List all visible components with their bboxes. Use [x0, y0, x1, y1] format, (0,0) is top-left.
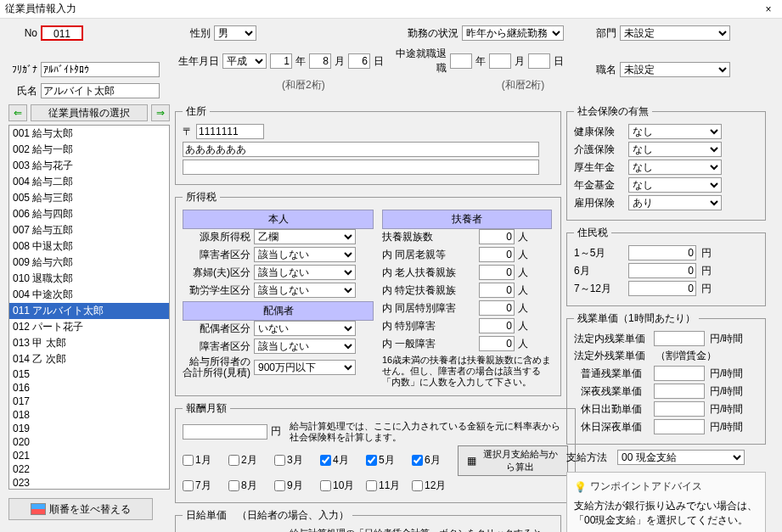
list-item[interactable]: 006 給与四郎	[9, 206, 169, 222]
overtime-group: 残業単価（1時間あたり） 法定内残業単価円/時間 法定外残業単価 （割増賃金） …	[566, 311, 766, 445]
work-status-select[interactable]: 昨年から継続勤務	[462, 25, 564, 41]
list-item[interactable]: 012 パート花子	[9, 319, 169, 335]
insurance-group: 社会保険の有無 健康保険なし介護保険なし厚生年金なし年金基金なし雇用保険あり	[566, 104, 766, 221]
gakusei-select[interactable]: 該当しない	[254, 283, 356, 298]
spouse-income-select[interactable]: 900万円以下	[254, 360, 356, 375]
name-label: 氏名	[8, 84, 37, 98]
monthly-amount[interactable]	[183, 424, 267, 440]
month-1-checkbox[interactable]	[183, 455, 194, 466]
list-item[interactable]: 020	[9, 435, 169, 449]
dep-d4[interactable]	[479, 300, 515, 316]
month-11-checkbox[interactable]	[366, 480, 377, 491]
res-6[interactable]	[628, 263, 696, 278]
daily-group: 日給単価 （日給者の場合、入力） 円 給与計算処理の「日給者賃金計算」ボタンをク…	[175, 508, 561, 532]
insurance-4-select[interactable]: あり	[628, 195, 722, 210]
spouse-kbn-select[interactable]: いない	[254, 321, 356, 336]
payment-select[interactable]: 00 現金支給	[617, 450, 745, 465]
list-item[interactable]: 023	[9, 476, 169, 490]
sort-button[interactable]: 順番を並べ替える	[8, 498, 153, 520]
year-suffix: 年	[295, 54, 306, 69]
month-4-checkbox[interactable]	[320, 455, 331, 466]
month-5-checkbox[interactable]	[366, 455, 377, 466]
res-1-5[interactable]	[628, 245, 696, 260]
list-item[interactable]: 009 給与六郎	[9, 255, 169, 271]
month-8-checkbox[interactable]	[228, 480, 239, 491]
insurance-2-select[interactable]: なし	[628, 160, 722, 175]
list-item[interactable]: 018	[9, 408, 169, 422]
gensen-select[interactable]: 乙欄	[254, 229, 356, 244]
list-item[interactable]: 013 甲 太郎	[9, 335, 169, 351]
close-icon[interactable]: ×	[760, 3, 777, 15]
mid-month[interactable]	[489, 53, 511, 69]
spouse-header: 配偶者	[183, 301, 374, 321]
sex-label: 性別	[177, 26, 211, 41]
sort-icon	[31, 503, 46, 515]
month-6-checkbox[interactable]	[412, 455, 423, 466]
month-10-checkbox[interactable]	[320, 480, 331, 491]
mid-day[interactable]	[528, 53, 550, 69]
dep-d6[interactable]	[479, 336, 515, 351]
address-line2[interactable]	[183, 160, 539, 175]
month-2-checkbox[interactable]	[228, 455, 239, 466]
list-item[interactable]: 017	[9, 395, 169, 408]
list-item[interactable]: 015	[9, 367, 169, 381]
bulb-icon: 💡	[574, 481, 587, 493]
zip-input[interactable]	[196, 124, 264, 139]
list-item[interactable]: 016	[9, 381, 169, 395]
list-item[interactable]: 019	[9, 422, 169, 435]
list-item[interactable]: 004 中途次郎	[9, 287, 169, 303]
furigana-input[interactable]	[41, 62, 160, 77]
month-3-checkbox[interactable]	[274, 455, 285, 466]
dep-d5[interactable]	[479, 318, 515, 333]
list-item[interactable]: 011 アルバイト太郎	[9, 303, 169, 319]
month-9-checkbox[interactable]	[274, 480, 285, 491]
prev-button[interactable]: ⇐	[8, 104, 27, 121]
spouse-shogai-select[interactable]: 該当しない	[254, 339, 356, 354]
dept-label: 部門	[582, 26, 616, 41]
res-7-12[interactable]	[628, 281, 696, 296]
birth-year[interactable]	[270, 53, 292, 69]
name-input[interactable]	[41, 83, 160, 98]
employee-list[interactable]: 001 給与太郎002 給与一郎003 給与花子004 給与二郎005 給与三郎…	[8, 125, 170, 490]
calc-from-selected-button[interactable]: ▦選択月支給給与から算出	[458, 445, 568, 476]
mid-year[interactable]	[450, 53, 472, 69]
list-item[interactable]: 005 給与三郎	[9, 190, 169, 206]
dept-select[interactable]: 未設定	[620, 25, 730, 41]
dep-d2[interactable]	[479, 265, 515, 280]
shogai-select[interactable]: 該当しない	[254, 247, 356, 262]
dep-d3[interactable]	[479, 283, 515, 298]
dep-count[interactable]	[479, 229, 515, 244]
list-item[interactable]: 010 退職太郎	[9, 271, 169, 287]
ot4[interactable]	[654, 384, 705, 399]
era-select[interactable]: 平成	[222, 53, 267, 69]
ot5[interactable]	[654, 401, 705, 417]
ot1[interactable]	[654, 331, 705, 346]
insurance-3-select[interactable]: なし	[628, 177, 722, 193]
ot6[interactable]	[654, 419, 705, 434]
nav-label: 従業員情報の選択	[31, 104, 148, 121]
list-item[interactable]: 022	[9, 462, 169, 476]
insurance-1-select[interactable]: なし	[628, 142, 722, 157]
address-line1[interactable]	[183, 142, 539, 157]
list-item[interactable]: 007 給与五郎	[9, 222, 169, 238]
address-group: 住所 〒	[175, 104, 561, 185]
kafu-select[interactable]: 該当しない	[254, 265, 356, 280]
month-7-checkbox[interactable]	[183, 480, 194, 491]
next-button[interactable]: ⇒	[151, 104, 170, 121]
list-item[interactable]: 004 給与二郎	[9, 174, 169, 190]
list-item[interactable]: 003 給与花子	[9, 158, 169, 174]
month-12-checkbox[interactable]	[412, 480, 423, 491]
birth-month[interactable]	[309, 53, 331, 69]
list-item[interactable]: 002 給与一郎	[9, 142, 169, 158]
sex-select[interactable]: 男	[214, 25, 256, 41]
list-item[interactable]: 014 乙 次郎	[9, 351, 169, 367]
list-item[interactable]: 008 中退太郎	[9, 238, 169, 255]
job-select[interactable]: 未設定	[620, 62, 730, 77]
ot3[interactable]	[654, 366, 705, 381]
list-item[interactable]: 021	[9, 449, 169, 462]
dep-d1[interactable]	[479, 247, 515, 262]
insurance-0-select[interactable]: なし	[628, 124, 722, 139]
daily-desc: 給与計算処理の「日給者賃金計算」ボタンをクリックすると、この「日給単価×出勤日数…	[290, 528, 554, 532]
list-item[interactable]: 001 給与太郎	[9, 126, 169, 142]
birth-day[interactable]	[348, 53, 370, 69]
